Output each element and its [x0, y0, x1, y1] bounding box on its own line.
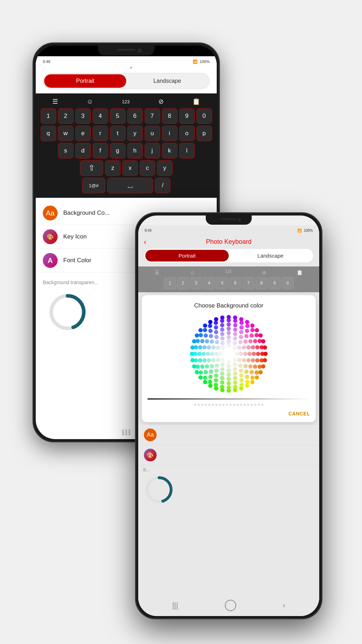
color-cancel-button[interactable]: CANCEL — [288, 411, 310, 416]
preset-dot-20[interactable] — [261, 404, 263, 406]
svg-point-24 — [242, 358, 246, 362]
preset-dot-3[interactable] — [201, 404, 203, 406]
key-c[interactable]: c — [140, 160, 155, 176]
keyboard-row-zxcv: ⇧ z x c y — [38, 160, 215, 176]
phone1-landscape-button[interactable]: Landscape — [126, 74, 208, 88]
svg-point-49 — [206, 352, 210, 356]
color-wheel-container[interactable] — [147, 315, 310, 393]
preset-dot-19[interactable] — [258, 404, 260, 406]
key-s[interactable]: s — [58, 143, 74, 159]
svg-point-109 — [253, 339, 257, 343]
svg-point-48 — [207, 358, 211, 362]
svg-point-123 — [203, 375, 207, 380]
key-f[interactable]: f — [93, 143, 108, 159]
phone2-home-button[interactable] — [225, 600, 236, 611]
key-8[interactable]: 8 — [162, 108, 177, 124]
key-i[interactable]: i — [162, 126, 177, 141]
key-5[interactable]: 5 — [110, 108, 125, 124]
svg-point-173 — [245, 320, 249, 324]
keyboard-settings-icon[interactable]: ⊘ — [158, 98, 164, 105]
key-e[interactable]: e — [75, 126, 91, 141]
font-color-label: Font Color — [63, 257, 91, 264]
svg-point-8 — [221, 346, 225, 350]
key-1[interactable]: 1 — [41, 108, 56, 124]
key-7[interactable]: 7 — [145, 108, 160, 124]
p2-option-ki[interactable]: 🎨 — [138, 445, 319, 465]
preset-dot-17[interactable] — [251, 404, 253, 406]
key-j[interactable]: j — [145, 143, 160, 159]
key-r[interactable]: r — [93, 126, 108, 141]
preset-dot-8[interactable] — [219, 404, 221, 406]
key-4[interactable]: 4 — [93, 108, 108, 124]
phone2-dial[interactable] — [143, 474, 175, 506]
keyboard-emoji-icon[interactable]: ☺ — [87, 98, 93, 105]
key-w[interactable]: w — [58, 126, 74, 141]
svg-point-98 — [198, 345, 202, 350]
svg-point-64 — [233, 376, 237, 380]
keyboard-123-icon[interactable]: 123 — [122, 99, 130, 104]
preset-dot-15[interactable] — [244, 404, 246, 406]
key-t[interactable]: t — [110, 126, 125, 141]
preset-dot-14[interactable] — [240, 404, 242, 406]
preset-dot-4[interactable] — [205, 404, 207, 406]
preset-dot-2[interactable] — [198, 404, 200, 406]
key-p[interactable]: p — [197, 126, 212, 141]
p2-kb-row1: 1 2 3 4 5 6 7 8 9 0 — [140, 277, 318, 289]
svg-point-115 — [250, 375, 255, 380]
background-color-label: Background Co... — [63, 209, 110, 217]
key-u[interactable]: u — [145, 126, 160, 141]
key-h[interactable]: h — [127, 143, 143, 159]
key-slash[interactable]: / — [155, 178, 170, 193]
svg-point-176 — [258, 333, 263, 338]
preset-dot-12[interactable] — [233, 404, 235, 406]
keyboard-menu-icon[interactable]: ☰ — [52, 98, 58, 105]
preset-dot-16[interactable] — [247, 404, 249, 406]
key-o[interactable]: o — [179, 126, 195, 141]
keyboard-clipboard-icon[interactable]: 📋 — [192, 98, 200, 105]
phone2-signal-icon: 📶 — [297, 229, 302, 232]
phone2-battery: 100% — [304, 229, 313, 232]
key-x[interactable]: x — [122, 160, 138, 176]
key-y2[interactable]: y — [157, 160, 173, 176]
key-3[interactable]: 3 — [75, 108, 91, 124]
key-shift[interactable]: ⇧ — [80, 160, 103, 176]
preset-dot-7[interactable] — [215, 404, 217, 406]
svg-point-41 — [244, 364, 248, 368]
color-slider-track[interactable] — [147, 398, 310, 399]
phone2-back-nav-button[interactable]: ‹ — [283, 601, 285, 610]
preset-dot-10[interactable] — [226, 404, 228, 406]
phone1-portrait-button[interactable]: Portrait — [44, 74, 126, 88]
phone2-back-button[interactable]: ‹ — [144, 238, 146, 246]
preset-dot-18[interactable] — [254, 404, 256, 406]
svg-point-45 — [220, 372, 224, 376]
preset-dot-6[interactable] — [212, 404, 214, 406]
key-special[interactable]: 1@# — [82, 178, 105, 193]
key-d[interactable]: d — [75, 143, 91, 159]
key-0[interactable]: 0 — [197, 108, 212, 124]
preset-dot-11[interactable] — [229, 404, 232, 406]
phone1-orientation-toggle[interactable]: Portrait Landscape — [43, 73, 210, 89]
color-wheel-svg[interactable] — [190, 315, 268, 393]
key-q[interactable]: q — [41, 126, 56, 141]
preset-dot-1[interactable] — [194, 404, 196, 406]
phone2-orientation-toggle[interactable]: Portrait Landscape — [144, 248, 314, 263]
key-z[interactable]: z — [105, 160, 121, 176]
key-space[interactable]: ⎵ — [107, 178, 153, 193]
key-6[interactable]: 6 — [127, 108, 143, 124]
phone1-transparency-dial[interactable] — [46, 291, 89, 333]
key-k[interactable]: k — [162, 143, 177, 159]
svg-point-122 — [208, 380, 212, 384]
preset-dot-13[interactable] — [237, 404, 239, 406]
phone2-multitask-button[interactable]: ||| — [172, 601, 178, 610]
key-g[interactable]: g — [110, 143, 125, 159]
phone2-device: 9:49 📶 100% ‹ Photo Keyboard Portrait La… — [135, 212, 322, 619]
phone2-landscape-button[interactable]: Landscape — [229, 250, 312, 261]
preset-dot-5[interactable] — [208, 404, 210, 406]
key-9[interactable]: 9 — [179, 108, 195, 124]
preset-dot-9[interactable] — [222, 404, 224, 406]
key-y[interactable]: y — [127, 126, 143, 141]
key-l[interactable]: l — [179, 143, 195, 159]
key-2[interactable]: 2 — [58, 108, 74, 124]
p2-option-bg[interactable]: Aa — [138, 425, 319, 445]
phone2-portrait-button[interactable]: Portrait — [145, 250, 229, 261]
